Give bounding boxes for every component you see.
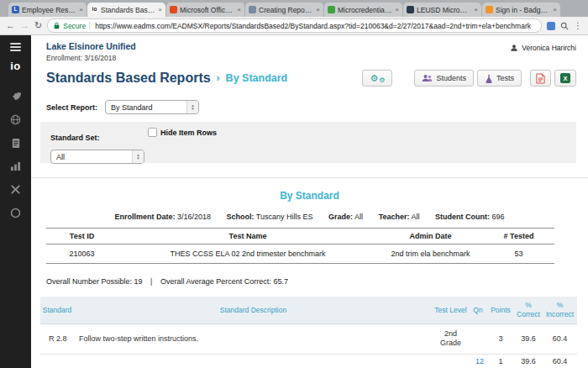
forward-icon[interactable]: → [20,21,29,30]
gear-icon: ⚙ [379,77,385,84]
document-icon[interactable] [11,138,21,149]
admin-date-header: Admin Date [378,229,483,244]
page-subtitle: By Standard [226,72,288,84]
standard-header[interactable]: Standard [40,297,74,324]
qn-cell: 12 [469,354,487,368]
pct-correct-cell: 39.6 [514,324,543,355]
refresh-icon[interactable]: ↻ [34,21,42,30]
select-report-dropdown[interactable]: By Standard ▲▼ [105,100,199,114]
browser-menu-icon[interactable]: ⋮ [574,21,582,30]
browser-toolbar: ← → ↻ Secure https://www.eadms.com/EADMS… [0,17,588,35]
globe-icon[interactable] [10,114,21,125]
dove-icon[interactable] [10,91,22,102]
tab-title: Standards Based R [101,6,155,14]
section-divider [31,177,588,178]
report-meta: Enrollment Date: 3/16/2018 School: Tusca… [31,213,588,221]
meta-label: Teacher: [379,213,410,221]
overall-possible-value: 19 [134,277,143,286]
select-report-value: By Standard [111,103,153,112]
meta-value: Tuscany Hills ES [256,213,313,221]
hide-item-rows-label: Hide Item Rows [160,129,217,137]
overall-summary: Overall Number Possible: 19 | Overall Av… [46,277,588,286]
meta-label: Student Count: [435,213,490,221]
test-info-table: Test ID Test Name Admin Date # Tested 21… [46,228,554,264]
meta-value: 696 [492,213,505,221]
address-bar[interactable]: Secure https://www.eadms.com/EADMSX/Repo… [47,18,542,33]
export-pdf-button[interactable] [530,70,551,87]
standard-set-dropdown[interactable]: All ▲▼ [50,150,144,164]
students-button[interactable]: Students [414,70,474,87]
pct-incorrect-cell: 60.4 [543,354,577,368]
test-level-header[interactable]: Test Level [433,297,469,324]
flask-icon [485,74,493,83]
report-heading: By Standard [31,190,588,202]
tab-creating-reports[interactable]: Creating Reports - × [245,3,323,17]
points-header[interactable]: Points [487,297,514,324]
admin-date-cell: 2nd trim ela benchmark [378,244,483,264]
report-settings-button[interactable]: ⚙ ⚙ [362,70,392,87]
tab-close-icon[interactable]: × [553,7,557,13]
user-menu[interactable]: Veronica Harirchi [510,44,576,52]
url-text: https://www.eadms.com/EADMSX/Reports/Sta… [89,22,531,30]
tab-favicon-icon: L [12,6,19,13]
excel-icon: X [560,73,570,83]
points-cell: 1 [487,354,514,368]
tab-favicon-icon [249,6,256,13]
tests-button[interactable]: Tests [477,70,522,87]
standard-description-header[interactable]: Standard Description [74,297,433,324]
user-name: Veronica Harirchi [522,44,576,52]
tab-close-icon[interactable]: × [474,7,478,13]
test-level-cell: 2nd Grade [433,324,469,355]
standard-set-label: Standard Set: [50,134,100,142]
tab-close-icon[interactable]: × [237,7,241,13]
question-link[interactable]: 12 [475,357,484,365]
hamburger-menu-icon[interactable] [10,43,21,51]
tab-standards-based-reports[interactable]: io Standards Based R × [87,3,165,17]
tab-microcredentials[interactable]: Microcredentials I × [324,3,402,17]
students-label: Students [436,74,466,82]
standard-cell [40,354,74,368]
tab-favicon-icon [328,6,335,13]
meta-label: Enrollment Date: [114,213,175,221]
dropdown-stepper-icon: ▲▼ [132,150,144,163]
tab-favicon-icon [170,6,177,13]
overall-possible-label: Overall Number Possible: [46,277,132,286]
test-id-cell: 210063 [46,244,118,264]
dropdown-stepper-icon: ▲▼ [186,101,198,113]
item-row: 12 1 39.6 60.4 [40,354,577,368]
tab-title: Microcredentials I [338,6,392,14]
tab-sign-in-badge[interactable]: Sign in - Badge Li × [482,3,560,17]
hide-item-rows-checkbox[interactable] [148,128,157,137]
enrollment-date: Enrollment: 3/16/2018 [46,54,576,62]
tools-icon[interactable] [10,184,21,195]
tab-close-icon[interactable]: × [316,7,320,13]
meta-label: Grade: [328,213,353,221]
lock-icon [54,22,60,29]
tab-close-icon[interactable]: × [79,7,83,13]
circle-icon[interactable] [10,208,21,218]
standards-table-header-row: Standard Standard Description Test Level… [40,297,577,324]
tab-title: Employee Resour [22,6,76,14]
qn-header[interactable]: Qn [469,297,487,324]
tab-close-icon[interactable]: × [158,7,162,13]
description-cell [74,354,433,368]
test-name-cell: THES CCSS ELA 02 2nd trimester benchmark [118,244,378,264]
export-excel-button[interactable]: X [554,70,576,87]
bar-chart-icon[interactable] [10,161,21,171]
extension-icon[interactable] [547,22,555,30]
standard-cell: R 2.8 [40,324,74,355]
tab-close-icon[interactable]: × [395,7,399,13]
browser-window: L Employee Resour × io Standards Based R… [0,0,588,368]
pct-incorrect-header[interactable]: % Incorrect [543,297,577,324]
io-logo[interactable]: io [10,60,21,72]
test-table-header-row: Test ID Test Name Admin Date # Tested [46,229,554,244]
tab-employee-resources[interactable]: L Employee Resour × [8,3,87,17]
tab-microsoft-office[interactable]: Microsoft Office H × [166,3,244,17]
back-icon[interactable]: ← [6,21,15,30]
pct-correct-header[interactable]: % Correct [514,297,543,324]
tab-leusd-microcred[interactable]: LEUSD MicroCred × [403,3,481,17]
search-icon[interactable] [560,22,569,30]
tab-title: Microsoft Office H [180,6,234,14]
filter-panel: Standard Set: Hide Item Rows All ▲▼ [40,122,576,163]
tests-label: Tests [496,74,514,82]
